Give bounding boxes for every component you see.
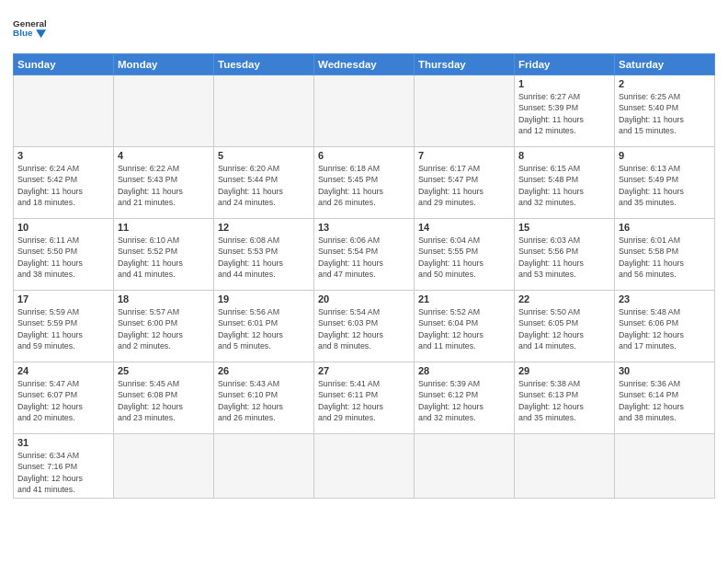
weekday-header-tuesday: Tuesday xyxy=(214,54,314,75)
day-number: 26 xyxy=(218,365,310,376)
calendar-cell xyxy=(314,75,415,147)
day-info: Sunrise: 6:15 AM Sunset: 5:48 PM Dayligh… xyxy=(518,163,610,208)
calendar-cell: 15Sunrise: 6:03 AM Sunset: 5:56 PM Dayli… xyxy=(515,219,615,291)
day-info: Sunrise: 6:11 AM Sunset: 5:50 PM Dayligh… xyxy=(17,235,109,280)
calendar-cell: 8Sunrise: 6:15 AM Sunset: 5:48 PM Daylig… xyxy=(515,147,615,219)
day-info: Sunrise: 5:45 AM Sunset: 6:08 PM Dayligh… xyxy=(118,378,210,423)
day-number: 22 xyxy=(518,293,610,304)
day-info: Sunrise: 5:59 AM Sunset: 5:59 PM Dayligh… xyxy=(17,306,109,351)
day-number: 10 xyxy=(17,222,109,233)
calendar-week-row: 17Sunrise: 5:59 AM Sunset: 5:59 PM Dayli… xyxy=(14,291,715,362)
calendar-cell xyxy=(114,75,214,147)
day-number: 29 xyxy=(518,365,610,376)
day-info: Sunrise: 5:57 AM Sunset: 6:00 PM Dayligh… xyxy=(118,306,210,351)
day-number: 24 xyxy=(17,365,109,376)
day-info: Sunrise: 6:27 AM Sunset: 5:39 PM Dayligh… xyxy=(518,91,610,136)
calendar-cell: 21Sunrise: 5:52 AM Sunset: 6:04 PM Dayli… xyxy=(415,291,515,362)
calendar-cell xyxy=(214,434,314,499)
day-info: Sunrise: 5:43 AM Sunset: 6:10 PM Dayligh… xyxy=(218,378,310,423)
calendar-cell: 22Sunrise: 5:50 AM Sunset: 6:05 PM Dayli… xyxy=(515,291,615,362)
day-info: Sunrise: 6:24 AM Sunset: 5:42 PM Dayligh… xyxy=(17,163,109,208)
day-number: 15 xyxy=(518,222,610,233)
day-number: 25 xyxy=(118,365,210,376)
calendar-cell: 26Sunrise: 5:43 AM Sunset: 6:10 PM Dayli… xyxy=(214,362,314,434)
calendar-cell: 4Sunrise: 6:22 AM Sunset: 5:43 PM Daylig… xyxy=(114,147,214,219)
calendar-cell: 27Sunrise: 5:41 AM Sunset: 6:11 PM Dayli… xyxy=(314,362,415,434)
day-number: 7 xyxy=(418,150,510,161)
day-info: Sunrise: 6:13 AM Sunset: 5:49 PM Dayligh… xyxy=(619,163,711,208)
day-info: Sunrise: 5:36 AM Sunset: 6:14 PM Dayligh… xyxy=(619,378,711,423)
day-info: Sunrise: 6:08 AM Sunset: 5:53 PM Dayligh… xyxy=(218,235,310,280)
day-info: Sunrise: 5:41 AM Sunset: 6:11 PM Dayligh… xyxy=(318,378,410,423)
day-info: Sunrise: 6:03 AM Sunset: 5:56 PM Dayligh… xyxy=(518,235,610,280)
calendar-cell: 3Sunrise: 6:24 AM Sunset: 5:42 PM Daylig… xyxy=(14,147,114,219)
calendar-cell xyxy=(14,75,114,147)
calendar-cell: 29Sunrise: 5:38 AM Sunset: 6:13 PM Dayli… xyxy=(515,362,615,434)
day-number: 16 xyxy=(619,222,711,233)
calendar-week-row: 3Sunrise: 6:24 AM Sunset: 5:42 PM Daylig… xyxy=(14,147,715,219)
calendar-cell: 18Sunrise: 5:57 AM Sunset: 6:00 PM Dayli… xyxy=(114,291,214,362)
calendar-cell: 20Sunrise: 5:54 AM Sunset: 6:03 PM Dayli… xyxy=(314,291,415,362)
calendar-cell: 19Sunrise: 5:56 AM Sunset: 6:01 PM Dayli… xyxy=(214,291,314,362)
calendar-cell: 1Sunrise: 6:27 AM Sunset: 5:39 PM Daylig… xyxy=(515,75,615,147)
day-info: Sunrise: 6:20 AM Sunset: 5:44 PM Dayligh… xyxy=(218,163,310,208)
day-info: Sunrise: 5:48 AM Sunset: 6:06 PM Dayligh… xyxy=(619,306,711,351)
calendar-cell xyxy=(114,434,214,499)
day-info: Sunrise: 5:50 AM Sunset: 6:05 PM Dayligh… xyxy=(518,306,610,351)
day-number: 13 xyxy=(318,222,410,233)
day-number: 28 xyxy=(418,365,510,376)
day-number: 30 xyxy=(619,365,711,376)
generalblue-logo-icon: General Blue xyxy=(13,15,46,48)
calendar-cell: 12Sunrise: 6:08 AM Sunset: 5:53 PM Dayli… xyxy=(214,219,314,291)
logo: General Blue xyxy=(13,15,46,48)
weekday-header-thursday: Thursday xyxy=(415,54,515,75)
weekday-header-wednesday: Wednesday xyxy=(314,54,415,75)
calendar-cell: 23Sunrise: 5:48 AM Sunset: 6:06 PM Dayli… xyxy=(615,291,715,362)
calendar-cell: 30Sunrise: 5:36 AM Sunset: 6:14 PM Dayli… xyxy=(615,362,715,434)
calendar-cell xyxy=(415,75,515,147)
calendar-cell: 28Sunrise: 5:39 AM Sunset: 6:12 PM Dayli… xyxy=(415,362,515,434)
day-number: 2 xyxy=(619,78,711,89)
day-number: 19 xyxy=(218,293,310,304)
day-info: Sunrise: 6:17 AM Sunset: 5:47 PM Dayligh… xyxy=(418,163,510,208)
calendar-cell: 17Sunrise: 5:59 AM Sunset: 5:59 PM Dayli… xyxy=(14,291,114,362)
day-number: 27 xyxy=(318,365,410,376)
calendar-cell: 11Sunrise: 6:10 AM Sunset: 5:52 PM Dayli… xyxy=(114,219,214,291)
day-info: Sunrise: 6:06 AM Sunset: 5:54 PM Dayligh… xyxy=(318,235,410,280)
weekday-header-friday: Friday xyxy=(515,54,615,75)
calendar-cell: 31Sunrise: 6:34 AM Sunset: 7:16 PM Dayli… xyxy=(14,434,114,499)
calendar-week-row: 24Sunrise: 5:47 AM Sunset: 6:07 PM Dayli… xyxy=(14,362,715,434)
svg-text:Blue: Blue xyxy=(13,28,33,38)
day-number: 4 xyxy=(118,150,210,161)
day-info: Sunrise: 6:22 AM Sunset: 5:43 PM Dayligh… xyxy=(118,163,210,208)
svg-text:General: General xyxy=(13,18,46,29)
weekday-header-monday: Monday xyxy=(114,54,214,75)
calendar-cell xyxy=(415,434,515,499)
calendar-week-row: 10Sunrise: 6:11 AM Sunset: 5:50 PM Dayli… xyxy=(14,219,715,291)
day-number: 11 xyxy=(118,222,210,233)
calendar-page: General Blue SundayMondayTuesdayWednesda… xyxy=(0,0,728,563)
weekday-header-saturday: Saturday xyxy=(615,54,715,75)
day-number: 9 xyxy=(619,150,711,161)
day-info: Sunrise: 6:10 AM Sunset: 5:52 PM Dayligh… xyxy=(118,235,210,280)
day-number: 18 xyxy=(118,293,210,304)
calendar-cell: 7Sunrise: 6:17 AM Sunset: 5:47 PM Daylig… xyxy=(415,147,515,219)
calendar-cell: 25Sunrise: 5:45 AM Sunset: 6:08 PM Dayli… xyxy=(114,362,214,434)
calendar-cell: 9Sunrise: 6:13 AM Sunset: 5:49 PM Daylig… xyxy=(615,147,715,219)
calendar-cell: 5Sunrise: 6:20 AM Sunset: 5:44 PM Daylig… xyxy=(214,147,314,219)
day-info: Sunrise: 6:25 AM Sunset: 5:40 PM Dayligh… xyxy=(619,91,711,136)
day-info: Sunrise: 5:52 AM Sunset: 6:04 PM Dayligh… xyxy=(418,306,510,351)
calendar-cell: 13Sunrise: 6:06 AM Sunset: 5:54 PM Dayli… xyxy=(314,219,415,291)
day-number: 3 xyxy=(17,150,109,161)
day-number: 6 xyxy=(318,150,410,161)
calendar-cell: 10Sunrise: 6:11 AM Sunset: 5:50 PM Dayli… xyxy=(14,219,114,291)
day-number: 23 xyxy=(619,293,711,304)
day-info: Sunrise: 6:04 AM Sunset: 5:55 PM Dayligh… xyxy=(418,235,510,280)
day-info: Sunrise: 5:38 AM Sunset: 6:13 PM Dayligh… xyxy=(518,378,610,423)
day-number: 5 xyxy=(218,150,310,161)
svg-marker-2 xyxy=(36,29,46,38)
calendar-week-row: 31Sunrise: 6:34 AM Sunset: 7:16 PM Dayli… xyxy=(14,434,715,499)
calendar-cell xyxy=(515,434,615,499)
day-info: Sunrise: 6:34 AM Sunset: 7:16 PM Dayligh… xyxy=(17,450,109,495)
calendar-cell: 6Sunrise: 6:18 AM Sunset: 5:45 PM Daylig… xyxy=(314,147,415,219)
